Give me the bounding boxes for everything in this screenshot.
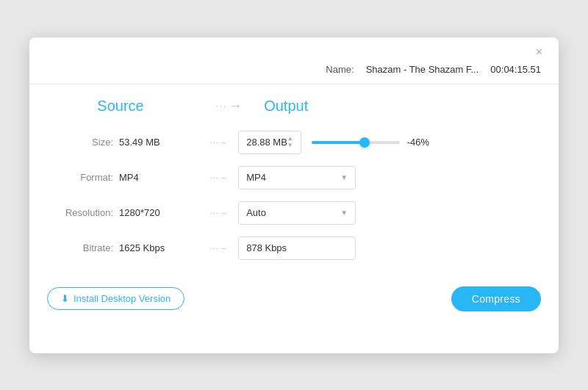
size-output-control: 28.88 MB ▲ ▼ -46%	[238, 131, 435, 154]
divider	[29, 84, 559, 84]
section-headers: Source ··· → Output	[29, 98, 559, 115]
resolution-dropdown-value: Auto	[246, 207, 266, 218]
bitrate-source-value: 1625 Kbps	[119, 242, 200, 253]
section-arrow: ··· →	[216, 98, 242, 114]
size-label: Size:	[47, 137, 113, 148]
resolution-label: Resolution:	[47, 207, 113, 218]
output-header: Output	[264, 98, 308, 115]
install-desktop-button[interactable]: ⬇ Install Desktop Version	[47, 287, 184, 310]
bitrate-row: Bitrate: 1625 Kbps ··· →	[47, 236, 541, 260]
chevron-up-icon: ▲	[287, 136, 293, 142]
install-label: Install Desktop Version	[74, 293, 171, 304]
size-dropdown-value: 28.88 MB	[246, 137, 287, 148]
chevron-down-icon: ▼	[287, 142, 293, 148]
format-dropdown-value: MP4	[246, 172, 266, 183]
resolution-dropdown[interactable]: Auto ▼	[238, 201, 356, 225]
resolution-chevron-icon: ▼	[340, 209, 348, 217]
slider-fill	[312, 141, 365, 144]
size-row: Size: 53.49 MB ··· → 28.88 MB ▲ ▼	[47, 131, 541, 154]
format-chevron-icon: ▼	[340, 173, 348, 181]
format-row: Format: MP4 ··· → MP4 ▼	[47, 166, 541, 189]
format-source-value: MP4	[119, 172, 200, 183]
file-name: Shazam - The Shazam F...	[366, 64, 479, 75]
bottom-bar: ⬇ Install Desktop Version Compress	[29, 272, 559, 326]
bitrate-arrow: ··· →	[210, 244, 228, 253]
size-slider-container: -46%	[312, 137, 435, 148]
properties-section: Size: 53.49 MB ··· → 28.88 MB ▲ ▼	[29, 131, 559, 260]
size-slider-percent: -46%	[407, 137, 435, 148]
resolution-arrow: ··· →	[210, 209, 228, 217]
bitrate-input[interactable]	[238, 236, 356, 260]
file-duration: 00:04:15.51	[490, 64, 541, 75]
format-arrow: ··· →	[210, 173, 228, 182]
size-source-value: 53.49 MB	[119, 137, 200, 148]
title-bar: ×	[29, 37, 559, 64]
size-slider[interactable]	[312, 141, 400, 144]
slider-thumb	[359, 137, 370, 148]
main-window: × Name: Shazam - The Shazam F... 00:04:1…	[29, 37, 559, 353]
file-info-row: Name: Shazam - The Shazam F... 00:04:15.…	[29, 64, 559, 84]
size-arrow: ··· →	[210, 138, 228, 147]
resolution-source-value: 1280*720	[119, 207, 200, 218]
format-dropdown[interactable]: MP4 ▼	[238, 166, 356, 189]
size-dropdown[interactable]: 28.88 MB ▲ ▼	[238, 131, 301, 154]
name-label: Name:	[326, 64, 354, 75]
close-button[interactable]: ×	[531, 45, 547, 59]
format-label: Format:	[47, 172, 113, 183]
source-header: Source	[47, 98, 194, 115]
install-icon: ⬇	[61, 293, 69, 304]
bitrate-label: Bitrate:	[47, 242, 113, 253]
resolution-row: Resolution: 1280*720 ··· → Auto ▼	[47, 201, 541, 225]
compress-button[interactable]: Compress	[451, 286, 541, 311]
